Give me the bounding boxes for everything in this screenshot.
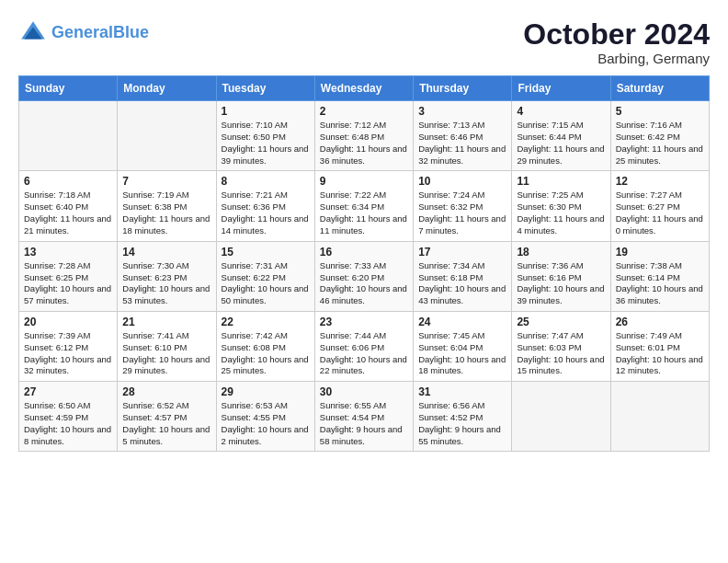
day-content: Sunrise: 7:16 AM Sunset: 6:42 PM Dayligh… [616,120,704,167]
logo: GeneralBlue [18,18,149,48]
calendar-cell: 27Sunrise: 6:50 AM Sunset: 4:59 PM Dayli… [19,382,118,452]
day-content: Sunrise: 7:31 AM Sunset: 6:22 PM Dayligh… [222,260,310,307]
calendar-cell: 25Sunrise: 7:47 AM Sunset: 6:03 PM Dayli… [512,311,610,381]
day-content: Sunrise: 7:25 AM Sunset: 6:30 PM Dayligh… [517,190,605,236]
day-content: Sunrise: 7:44 AM Sunset: 6:06 PM Dayligh… [320,330,408,377]
day-number: 22 [222,316,310,328]
calendar-cell: 20Sunrise: 7:39 AM Sunset: 6:12 PM Dayli… [19,311,118,381]
day-content: Sunrise: 6:55 AM Sunset: 4:54 PM Dayligh… [320,400,408,447]
calendar-cell: 22Sunrise: 7:42 AM Sunset: 6:08 PM Dayli… [216,311,314,381]
month-title: October 2024 [523,18,710,51]
logo-line1: General [51,23,113,41]
calendar-cell: 11Sunrise: 7:25 AM Sunset: 6:30 PM Dayli… [512,171,610,241]
calendar-cell: 14Sunrise: 7:30 AM Sunset: 6:23 PM Dayli… [118,241,216,311]
day-number: 5 [616,105,704,118]
day-number: 29 [222,385,310,398]
day-number: 21 [122,316,210,328]
day-number: 20 [24,316,112,328]
day-number: 11 [517,175,605,188]
calendar-cell: 1Sunrise: 7:10 AM Sunset: 6:50 PM Daylig… [216,101,314,171]
calendar-cell: 12Sunrise: 7:27 AM Sunset: 6:27 PM Dayli… [610,171,709,241]
calendar-cell: 5Sunrise: 7:16 AM Sunset: 6:42 PM Daylig… [610,101,709,171]
day-number: 27 [24,385,112,398]
day-number: 9 [320,175,408,188]
weekday-header-saturday: Saturday [610,76,709,101]
weekday-header-row: SundayMondayTuesdayWednesdayThursdayFrid… [19,76,710,101]
day-content: Sunrise: 7:36 AM Sunset: 6:16 PM Dayligh… [517,260,605,307]
day-number: 3 [418,105,506,118]
day-content: Sunrise: 7:12 AM Sunset: 6:48 PM Dayligh… [320,120,408,167]
logo-icon [18,18,48,48]
weekday-header-wednesday: Wednesday [314,76,413,101]
day-content: Sunrise: 7:19 AM Sunset: 6:38 PM Dayligh… [122,190,210,236]
calendar-cell: 26Sunrise: 7:49 AM Sunset: 6:01 PM Dayli… [610,311,709,381]
calendar-cell: 29Sunrise: 6:53 AM Sunset: 4:55 PM Dayli… [216,382,314,452]
calendar-cell: 16Sunrise: 7:33 AM Sunset: 6:20 PM Dayli… [314,241,413,311]
calendar-body: 1Sunrise: 7:10 AM Sunset: 6:50 PM Daylig… [19,101,710,452]
day-content: Sunrise: 7:27 AM Sunset: 6:27 PM Dayligh… [616,190,704,236]
day-number: 15 [222,246,310,259]
calendar-cell: 9Sunrise: 7:22 AM Sunset: 6:34 PM Daylig… [314,171,413,241]
day-content: Sunrise: 7:49 AM Sunset: 6:01 PM Dayligh… [616,330,704,377]
day-content: Sunrise: 7:47 AM Sunset: 6:03 PM Dayligh… [517,330,605,377]
calendar-cell: 3Sunrise: 7:13 AM Sunset: 6:46 PM Daylig… [414,101,512,171]
day-number: 1 [222,105,310,118]
calendar-cell: 13Sunrise: 7:28 AM Sunset: 6:25 PM Dayli… [19,241,118,311]
day-number: 19 [616,246,704,259]
calendar-cell: 8Sunrise: 7:21 AM Sunset: 6:36 PM Daylig… [216,171,314,241]
day-number: 16 [320,246,408,259]
day-content: Sunrise: 7:18 AM Sunset: 6:40 PM Dayligh… [24,190,112,236]
weekday-header-sunday: Sunday [19,76,118,101]
day-number: 10 [418,175,506,188]
calendar-cell [19,101,118,171]
weekday-header-friday: Friday [512,76,610,101]
day-number: 13 [24,246,112,259]
day-number: 25 [517,316,605,328]
day-content: Sunrise: 7:30 AM Sunset: 6:23 PM Dayligh… [122,260,210,307]
page-header: GeneralBlue October 2024 Barbing, German… [18,18,710,66]
calendar-cell: 24Sunrise: 7:45 AM Sunset: 6:04 PM Dayli… [414,311,512,381]
day-number: 8 [222,175,310,188]
calendar-week-4: 20Sunrise: 7:39 AM Sunset: 6:12 PM Dayli… [19,311,710,381]
day-content: Sunrise: 7:22 AM Sunset: 6:34 PM Dayligh… [320,190,408,236]
day-content: Sunrise: 7:21 AM Sunset: 6:36 PM Dayligh… [222,190,310,236]
day-number: 17 [418,246,506,259]
day-content: Sunrise: 7:33 AM Sunset: 6:20 PM Dayligh… [320,260,408,307]
day-content: Sunrise: 7:42 AM Sunset: 6:08 PM Dayligh… [222,330,310,377]
calendar-cell: 4Sunrise: 7:15 AM Sunset: 6:44 PM Daylig… [512,101,610,171]
calendar-cell: 7Sunrise: 7:19 AM Sunset: 6:38 PM Daylig… [118,171,216,241]
calendar-week-2: 6Sunrise: 7:18 AM Sunset: 6:40 PM Daylig… [19,171,710,241]
day-number: 6 [24,175,112,188]
calendar-cell [118,101,216,171]
day-number: 18 [517,246,605,259]
day-number: 14 [122,246,210,259]
day-content: Sunrise: 7:41 AM Sunset: 6:10 PM Dayligh… [122,330,210,377]
calendar-cell: 18Sunrise: 7:36 AM Sunset: 6:16 PM Dayli… [512,241,610,311]
logo-text: GeneralBlue [51,24,149,42]
title-block: October 2024 Barbing, Germany [523,18,710,66]
day-content: Sunrise: 6:56 AM Sunset: 4:52 PM Dayligh… [418,400,506,447]
location: Barbing, Germany [523,51,710,66]
day-content: Sunrise: 7:34 AM Sunset: 6:18 PM Dayligh… [418,260,506,307]
day-number: 12 [616,175,704,188]
calendar-table: SundayMondayTuesdayWednesdayThursdayFrid… [18,75,710,452]
calendar-cell: 15Sunrise: 7:31 AM Sunset: 6:22 PM Dayli… [216,241,314,311]
calendar-cell [512,382,610,452]
calendar-cell: 17Sunrise: 7:34 AM Sunset: 6:18 PM Dayli… [414,241,512,311]
day-number: 26 [616,316,704,328]
day-number: 31 [418,385,506,398]
calendar-cell: 21Sunrise: 7:41 AM Sunset: 6:10 PM Dayli… [118,311,216,381]
day-number: 30 [320,385,408,398]
day-number: 4 [517,105,605,118]
day-content: Sunrise: 7:24 AM Sunset: 6:32 PM Dayligh… [418,190,506,236]
day-content: Sunrise: 6:50 AM Sunset: 4:59 PM Dayligh… [24,400,112,447]
day-number: 23 [320,316,408,328]
logo-line2: Blue [113,23,149,41]
calendar-cell: 28Sunrise: 6:52 AM Sunset: 4:57 PM Dayli… [118,382,216,452]
day-content: Sunrise: 7:45 AM Sunset: 6:04 PM Dayligh… [418,330,506,377]
day-content: Sunrise: 7:10 AM Sunset: 6:50 PM Dayligh… [222,120,310,167]
day-content: Sunrise: 7:28 AM Sunset: 6:25 PM Dayligh… [24,260,112,307]
calendar-cell [610,382,709,452]
day-number: 7 [122,175,210,188]
weekday-header-thursday: Thursday [414,76,512,101]
